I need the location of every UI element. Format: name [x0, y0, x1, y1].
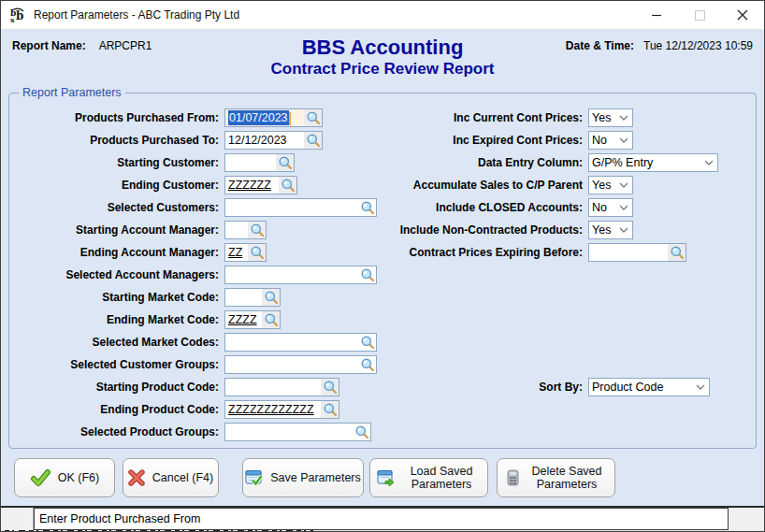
starting-customer-input[interactable]: [224, 153, 295, 172]
ending-product-code-value: ZZZZZZZZZZZZ: [225, 401, 321, 418]
cancel-button[interactable]: Cancel (F4): [123, 458, 219, 497]
minimize-button[interactable]: [635, 1, 678, 29]
ending-market-code-lookup-magnifier-icon[interactable]: [262, 311, 280, 328]
content-area: Report Parameters Products Purchased Fro…: [1, 82, 764, 453]
load-icon: [377, 469, 395, 486]
datetime-value: Tue 12/12/2023 10:59: [643, 39, 753, 52]
chevron-down-icon: [615, 182, 632, 188]
inc-expired-cont-prices-select[interactable]: No: [588, 131, 633, 150]
save-parameters-button[interactable]: Save Parameters: [242, 458, 364, 497]
selected-customers-input[interactable]: [224, 198, 377, 217]
ending-customer-lookup-magnifier-icon[interactable]: [279, 177, 296, 194]
chevron-down-icon: [615, 115, 632, 121]
report-parameters-window: b s b Report Parameters - ABC Trading Pt…: [0, 0, 765, 532]
starting-account-manager-lookup-magnifier-icon[interactable]: [248, 222, 266, 238]
chevron-down-icon: [615, 137, 632, 143]
contract-prices-expiring-before-input[interactable]: [588, 243, 686, 262]
selected-market-codes-label: Selected Market Codes:: [15, 336, 219, 349]
svg-text:s: s: [10, 15, 15, 23]
ending-product-code-input[interactable]: ZZZZZZZZZZZZ: [224, 400, 339, 419]
starting-account-manager-input[interactable]: [224, 221, 267, 239]
chevron-down-icon: [615, 227, 632, 233]
close-button[interactable]: [721, 1, 764, 29]
text-caret: [289, 112, 291, 125]
right-field-column: Inc Current Cont Prices:YesInc Expired C…: [386, 107, 718, 264]
ending-account-manager-input[interactable]: ZZ: [224, 243, 267, 262]
field-row-ending-product-code: Ending Product Code:ZZZZZZZZZZZZ: [15, 398, 377, 421]
ending-product-code-label: Ending Product Code:: [15, 403, 219, 416]
selected-customer-groups-lookup-magnifier-icon[interactable]: [358, 356, 376, 373]
data-entry-column-label: Data Entry Column:: [386, 156, 583, 169]
save-parameters-button-label: Save Parameters: [270, 471, 361, 484]
products-purchased-from-input[interactable]: 01/07/2023: [224, 108, 323, 127]
ok-button[interactable]: OK (F6): [14, 458, 115, 497]
inc-current-cont-prices-value: Yes: [589, 109, 615, 126]
ok-button-label: OK (F6): [58, 471, 99, 484]
field-row-inc-expired-cont-prices: Inc Expired Cont Prices:No: [386, 129, 718, 151]
window-title: Report Parameters - ABC Trading Pty Ltd: [34, 8, 239, 22]
data-entry-column-select[interactable]: G/P% Entry: [588, 153, 718, 172]
field-row-products-purchased-from: Products Purchased From:01/07/2023: [15, 107, 377, 129]
ending-market-code-input[interactable]: ZZZZ: [224, 310, 281, 329]
ending-customer-value: ZZZZZZ: [225, 177, 279, 194]
field-row-starting-market-code: Starting Market Code:: [15, 286, 377, 309]
starting-market-code-input[interactable]: [224, 288, 281, 307]
delete-icon: [506, 469, 520, 486]
ending-customer-input[interactable]: ZZZZZZ: [224, 176, 297, 194]
report-title: Contract Price Review Report: [213, 59, 552, 79]
ending-market-code-value: ZZZZ: [225, 311, 262, 328]
selected-account-managers-lookup-magnifier-icon[interactable]: [358, 266, 376, 283]
clipped-text-fragment: [5, 530, 313, 531]
products-purchased-to-input[interactable]: 12/12/2023: [224, 131, 323, 150]
selected-product-groups-input[interactable]: [224, 423, 371, 441]
field-row-include-non-contracted-products: Include Non-Contracted Products:Yes: [386, 219, 718, 241]
contract-prices-expiring-before-lookup-magnifier-icon[interactable]: [668, 244, 686, 261]
ending-account-manager-lookup-magnifier-icon[interactable]: [248, 244, 266, 261]
sort-by-label: Sort By:: [386, 381, 583, 394]
starting-product-code-lookup-magnifier-icon[interactable]: [321, 379, 339, 395]
titlebar: b s b Report Parameters - ABC Trading Pt…: [1, 1, 764, 29]
include-non-contracted-products-value: Yes: [589, 222, 615, 238]
field-row-contract-prices-expiring-before: Contract Prices Expiring Before:: [386, 241, 718, 264]
field-row-selected-market-codes: Selected Market Codes:: [15, 331, 377, 353]
starting-customer-lookup-magnifier-icon[interactable]: [276, 154, 294, 171]
delete-saved-parameters-button[interactable]: Delete Saved Parameters: [497, 458, 615, 497]
accumulate-sales-to-cp-parent-label: Accumulate Sales to C/P Parent: [386, 179, 583, 192]
selected-account-managers-input[interactable]: [224, 266, 377, 284]
include-closed-accounts-select[interactable]: No: [588, 198, 633, 217]
selected-customers-label: Selected Customers:: [15, 201, 219, 214]
report-parameters-groupbox: Report Parameters Products Purchased Fro…: [8, 86, 757, 449]
inc-current-cont-prices-select[interactable]: Yes: [588, 108, 633, 127]
products-purchased-from-lookup-magnifier-icon[interactable]: [304, 109, 322, 126]
ending-account-manager-value: ZZ: [225, 244, 248, 261]
products-purchased-to-label: Products Purchased To:: [15, 134, 219, 147]
ending-product-code-lookup-magnifier-icon[interactable]: [321, 401, 339, 418]
chevron-down-icon: [692, 384, 709, 390]
products-purchased-from-label: Products Purchased From:: [15, 111, 219, 124]
selected-market-codes-lookup-magnifier-icon[interactable]: [358, 334, 376, 351]
selected-customers-lookup-magnifier-icon[interactable]: [358, 199, 376, 216]
field-row-ending-customer: Ending Customer:ZZZZZZ: [15, 174, 377, 196]
ending-customer-label: Ending Customer:: [15, 179, 219, 192]
accumulate-sales-to-cp-parent-select[interactable]: Yes: [588, 176, 633, 194]
selected-product-groups-label: Selected Product Groups:: [15, 425, 219, 439]
accumulate-sales-to-cp-parent-value: Yes: [589, 177, 615, 194]
ending-account-manager-label: Ending Account Manager:: [15, 246, 219, 259]
data-entry-column-value: G/P% Entry: [589, 154, 700, 171]
selected-account-managers-label: Selected Account Managers:: [15, 268, 219, 281]
left-field-column: Products Purchased From:01/07/2023Produc…: [15, 107, 377, 443]
products-purchased-to-lookup-magnifier-icon[interactable]: [304, 132, 322, 149]
report-name-label: Report Name:: [12, 39, 86, 52]
selected-market-codes-input[interactable]: [224, 333, 377, 352]
selected-product-groups-lookup-magnifier-icon[interactable]: [353, 424, 370, 440]
bbs-logo-icon: b s b: [9, 7, 25, 23]
include-non-contracted-products-select[interactable]: Yes: [588, 221, 633, 239]
include-closed-accounts-value: No: [589, 199, 615, 216]
cross-icon: [128, 469, 145, 486]
load-saved-parameters-button[interactable]: Load Saved Parameters: [369, 458, 488, 497]
starting-market-code-lookup-magnifier-icon[interactable]: [262, 289, 280, 306]
starting-product-code-input[interactable]: [224, 378, 339, 396]
selected-customer-groups-input[interactable]: [224, 355, 377, 374]
sort-by-select[interactable]: Product Code: [588, 378, 710, 396]
selected-customer-groups-label: Selected Customer Groups:: [15, 358, 219, 371]
